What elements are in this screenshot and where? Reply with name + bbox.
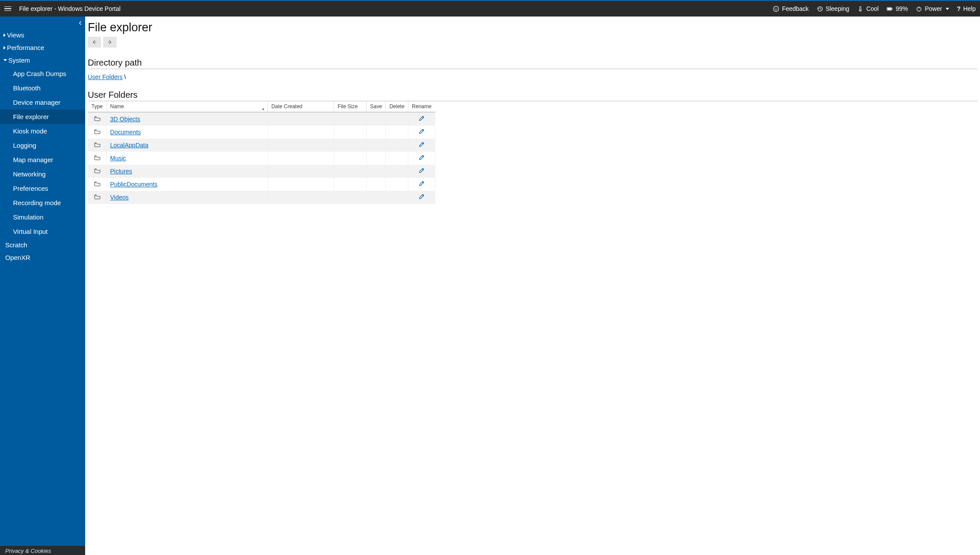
feedback-label: Feedback xyxy=(782,5,808,12)
battery-icon xyxy=(887,6,893,12)
nav-group-system[interactable]: System xyxy=(0,54,85,66)
save-cell xyxy=(367,152,386,165)
table-row: Music xyxy=(88,152,435,165)
folder-link[interactable]: PublicDocuments xyxy=(110,181,158,188)
col-rename[interactable]: Rename xyxy=(408,101,435,112)
topbar: File explorer - Windows Device Portal Fe… xyxy=(0,0,980,17)
rename-cell[interactable] xyxy=(408,178,435,191)
col-save[interactable]: Save xyxy=(367,101,386,112)
delete-cell xyxy=(386,112,408,126)
sidebar-item-openxr[interactable]: OpenXR xyxy=(0,251,85,264)
sidebar-collapse-icon[interactable] xyxy=(78,20,83,27)
help-button[interactable]: ? Help xyxy=(957,5,976,12)
sidebar-item-logging[interactable]: Logging xyxy=(0,138,85,153)
sidebar-item-recording-mode[interactable]: Recording mode xyxy=(0,196,85,210)
chevron-down-icon xyxy=(3,59,7,61)
sidebar-item-bluetooth[interactable]: Bluetooth xyxy=(0,81,85,95)
col-type[interactable]: Type xyxy=(88,101,107,112)
table-row: Videos xyxy=(88,191,435,204)
folder-link[interactable]: LocalAppData xyxy=(110,142,149,149)
power-icon xyxy=(916,6,922,12)
sleeping-status[interactable]: Sleeping xyxy=(817,5,850,12)
menu-icon[interactable] xyxy=(4,4,14,13)
type-cell xyxy=(88,139,107,152)
battery-status[interactable]: 99% xyxy=(887,5,908,12)
table-row: PublicDocuments xyxy=(88,178,435,191)
pencil-icon xyxy=(418,141,425,148)
svg-point-4 xyxy=(860,10,861,10)
sidebar-item-kiosk-mode[interactable]: Kiosk mode xyxy=(0,124,85,138)
pencil-icon xyxy=(418,154,425,161)
date-cell xyxy=(268,112,334,126)
size-cell xyxy=(334,126,367,139)
date-cell xyxy=(268,178,334,191)
nav-back-button[interactable] xyxy=(88,37,101,47)
folder-link[interactable]: Videos xyxy=(110,194,129,201)
sidebar-item-simulation[interactable]: Simulation xyxy=(0,210,85,224)
type-cell xyxy=(88,152,107,165)
privacy-link[interactable]: Privacy & Cookies xyxy=(0,546,85,555)
power-label: Power xyxy=(925,5,942,12)
rename-cell[interactable] xyxy=(408,165,435,178)
rename-cell[interactable] xyxy=(408,191,435,204)
nav-group-label: Views xyxy=(7,31,24,39)
rename-cell[interactable] xyxy=(408,112,435,126)
size-cell xyxy=(334,165,367,178)
svg-rect-6 xyxy=(887,8,891,10)
temperature-status[interactable]: Cool xyxy=(857,5,879,12)
rename-cell[interactable] xyxy=(408,152,435,165)
feedback-button[interactable]: Feedback xyxy=(773,5,808,12)
page-title: File explorer xyxy=(88,21,977,34)
battery-label: 99% xyxy=(896,5,908,12)
folder-link[interactable]: Documents xyxy=(110,129,141,136)
content: File explorer Directory path User Folder… xyxy=(85,17,980,555)
save-cell xyxy=(367,191,386,204)
delete-cell xyxy=(386,152,408,165)
svg-rect-7 xyxy=(892,8,893,10)
sidebar-item-networking[interactable]: Networking xyxy=(0,167,85,181)
pencil-icon xyxy=(418,115,425,122)
sidebar-item-map-manager[interactable]: Map manager xyxy=(0,153,85,167)
size-cell xyxy=(334,152,367,165)
breadcrumb-root-link[interactable]: User Folders xyxy=(88,73,122,80)
sidebar-item-virtual-input[interactable]: Virtual Input xyxy=(0,224,85,239)
svg-point-2 xyxy=(777,8,778,9)
date-cell xyxy=(268,165,334,178)
smiley-icon xyxy=(773,6,779,12)
name-cell: LocalAppData xyxy=(106,139,268,152)
date-cell xyxy=(268,152,334,165)
type-cell xyxy=(88,112,107,126)
rename-cell[interactable] xyxy=(408,139,435,152)
table-row: Documents xyxy=(88,126,435,139)
folder-link[interactable]: 3D Objects xyxy=(110,116,140,123)
sidebar-item-app-crash-dumps[interactable]: App Crash Dumps xyxy=(0,66,85,81)
name-cell: Videos xyxy=(106,191,268,204)
sleeping-label: Sleeping xyxy=(826,5,850,12)
col-delete[interactable]: Delete xyxy=(386,101,408,112)
help-label: Help xyxy=(963,5,976,12)
sidebar-item-file-explorer[interactable]: File explorer xyxy=(0,110,85,124)
sidebar: ViewsPerformanceSystemApp Crash DumpsBlu… xyxy=(0,17,85,555)
nav-group-views[interactable]: Views xyxy=(0,29,85,41)
folder-link[interactable]: Pictures xyxy=(110,168,132,175)
folder-link[interactable]: Music xyxy=(110,155,126,162)
size-cell xyxy=(334,191,367,204)
col-size[interactable]: File Size xyxy=(334,101,367,112)
sidebar-item-device-manager[interactable]: Device manager xyxy=(0,95,85,110)
sidebar-item-preferences[interactable]: Preferences xyxy=(0,181,85,196)
nav-forward-button[interactable] xyxy=(103,37,116,47)
app-title: File explorer - Windows Device Portal xyxy=(19,5,120,12)
sidebar-item-scratch[interactable]: Scratch xyxy=(0,239,85,251)
col-name[interactable]: Name▲ xyxy=(106,101,268,112)
nav-group-performance[interactable]: Performance xyxy=(0,41,85,54)
nav-group-label: System xyxy=(8,56,30,64)
table-row: LocalAppData xyxy=(88,139,435,152)
pencil-icon xyxy=(418,180,425,187)
thermometer-icon xyxy=(857,6,864,12)
pencil-icon xyxy=(418,193,425,200)
rename-cell[interactable] xyxy=(408,126,435,139)
power-menu[interactable]: Power xyxy=(916,5,949,12)
question-icon: ? xyxy=(957,5,961,12)
folder-icon xyxy=(94,194,100,199)
col-date[interactable]: Date Created xyxy=(268,101,334,112)
